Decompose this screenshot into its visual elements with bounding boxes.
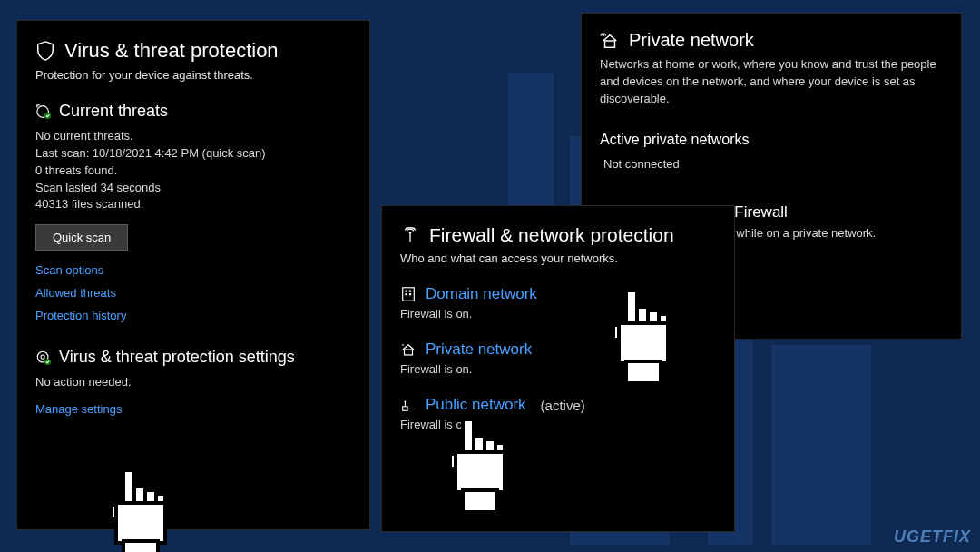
public-network-active-tag: (active) — [541, 398, 585, 413]
domain-network-link[interactable]: Domain network — [426, 285, 537, 303]
vtp-settings-status: No action needed. — [35, 374, 351, 391]
private-network-icon-small — [400, 341, 416, 358]
svg-rect-5 — [409, 291, 411, 292]
firewall-network-panel: Firewall & network protection Who and wh… — [381, 205, 735, 532]
shield-icon — [35, 40, 55, 62]
manage-settings-link[interactable]: Manage settings — [35, 402, 351, 416]
svg-rect-4 — [405, 291, 407, 292]
private-network-subtitle: Networks at home or work, where you know… — [600, 56, 943, 108]
current-threats-status: No current threats. — [35, 128, 351, 145]
quick-scan-button[interactable]: Quick scan — [35, 224, 128, 251]
files-scanned-text: 40313 files scanned. — [35, 196, 351, 213]
protection-history-link[interactable]: Protection history — [35, 309, 351, 322]
svg-rect-3 — [403, 288, 415, 301]
threats-found-text: 0 threats found. — [35, 163, 351, 180]
firewall-panel-title: Firewall & network protection — [429, 224, 674, 246]
public-network-link[interactable]: Public network — [426, 396, 526, 414]
scan-duration-text: Scan lasted 34 seconds — [35, 180, 351, 197]
svg-rect-8 — [405, 350, 413, 355]
svg-point-16 — [41, 355, 44, 359]
private-network-title: Private network — [629, 30, 754, 51]
svg-rect-7 — [409, 293, 411, 295]
public-network-status: Firewall is on. — [400, 418, 716, 431]
current-threats-heading: Current threats — [59, 102, 168, 121]
svg-point-11 — [405, 401, 407, 403]
gear-check-icon — [35, 350, 52, 366]
bg-stripe — [771, 345, 871, 545]
svg-rect-6 — [405, 293, 407, 295]
svg-rect-0 — [605, 41, 615, 47]
allowed-threats-link[interactable]: Allowed threats — [35, 286, 351, 300]
firewall-antenna-icon — [400, 225, 420, 245]
private-network-status: Firewall is on. — [400, 362, 716, 376]
virus-threat-panel: Virus & threat protection Protection for… — [16, 20, 370, 530]
private-network-link[interactable]: Private network — [426, 340, 532, 359]
scan-options-link[interactable]: Scan options — [35, 263, 351, 277]
virus-panel-title: Virus & threat protection — [64, 39, 279, 63]
firewall-panel-subtitle: Who and what can access your networks. — [400, 251, 716, 265]
history-check-icon — [35, 104, 52, 120]
last-scan-text: Last scan: 10/18/2021 4:42 PM (quick sca… — [35, 145, 351, 163]
domain-network-icon — [400, 286, 416, 302]
public-network-icon — [400, 397, 416, 413]
svg-rect-9 — [403, 407, 407, 411]
active-private-networks-heading: Active private networks — [600, 132, 943, 148]
virus-panel-subtitle: Protection for your device against threa… — [35, 68, 351, 82]
watermark: UGETFIX — [894, 527, 971, 547]
vtp-settings-heading: Virus & threat protection settings — [59, 348, 295, 367]
not-connected-label: Not connected — [603, 157, 943, 171]
domain-network-status: Firewall is on. — [400, 307, 716, 320]
private-network-icon — [600, 32, 620, 50]
